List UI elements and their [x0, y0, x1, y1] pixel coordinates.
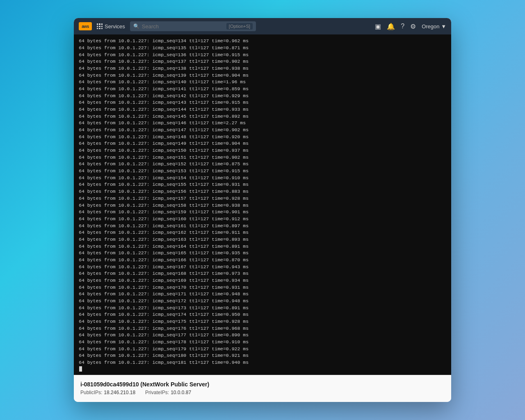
- terminal-line: 64 bytes from 10.0.1.227: icmp_seq=148 t…: [79, 134, 446, 141]
- private-ip-label: PrivateIPs:: [145, 390, 169, 395]
- terminal-line: 64 bytes from 10.0.1.227: icmp_seq=145 t…: [79, 113, 446, 120]
- nav-right-controls: ▣ 🔔 ? ⚙ Oregon ▼: [375, 23, 446, 30]
- terminal-cursor-line: [79, 366, 446, 372]
- terminal-line: 64 bytes from 10.0.1.227: icmp_seq=175 t…: [79, 318, 446, 325]
- terminal-line: 64 bytes from 10.0.1.227: icmp_seq=157 t…: [79, 195, 446, 202]
- search-shortcut: [Option+S]: [226, 23, 253, 30]
- terminal-line: 64 bytes from 10.0.1.227: icmp_seq=163 t…: [79, 236, 446, 243]
- terminal-line: 64 bytes from 10.0.1.227: icmp_seq=158 t…: [79, 202, 446, 209]
- terminal-line: 64 bytes from 10.0.1.227: icmp_seq=154 t…: [79, 175, 446, 182]
- terminal-line: 64 bytes from 10.0.1.227: icmp_seq=180 t…: [79, 352, 446, 359]
- terminal-line: 64 bytes from 10.0.1.227: icmp_seq=139 t…: [79, 72, 446, 79]
- terminal-line: 64 bytes from 10.0.1.227: icmp_seq=170 t…: [79, 284, 446, 291]
- settings-icon[interactable]: ⚙: [410, 23, 416, 30]
- terminal-line: 64 bytes from 10.0.1.227: icmp_seq=167 t…: [79, 264, 446, 271]
- terminal-line: 64 bytes from 10.0.1.227: icmp_seq=146 t…: [79, 120, 446, 127]
- terminal-lines: 64 bytes from 10.0.1.227: icmp_seq=134 t…: [79, 38, 446, 366]
- help-icon[interactable]: ?: [401, 23, 404, 30]
- terminal-line: 64 bytes from 10.0.1.227: icmp_seq=177 t…: [79, 332, 446, 339]
- grid-icon: [97, 23, 103, 29]
- terminal-line: 64 bytes from 10.0.1.227: icmp_seq=151 t…: [79, 154, 446, 161]
- public-ip-label: PublicIPs:: [80, 390, 102, 395]
- private-ip-value: 10.0.0.87: [171, 390, 191, 395]
- region-selector[interactable]: Oregon ▼: [422, 23, 446, 30]
- terminal-line: 64 bytes from 10.0.1.227: icmp_seq=143 t…: [79, 99, 446, 106]
- terminal-line: 64 bytes from 10.0.1.227: icmp_seq=159 t…: [79, 209, 446, 216]
- instance-id-name: i-081059d0ca4599d10 (NextWork Public Ser…: [80, 381, 445, 388]
- terminal-line: 64 bytes from 10.0.1.227: icmp_seq=137 t…: [79, 58, 446, 65]
- terminal-line: 64 bytes from 10.0.1.227: icmp_seq=171 t…: [79, 291, 446, 298]
- terminal-line: 64 bytes from 10.0.1.227: icmp_seq=173 t…: [79, 305, 446, 312]
- terminal-line: 64 bytes from 10.0.1.227: icmp_seq=147 t…: [79, 127, 446, 134]
- terminal-output: 64 bytes from 10.0.1.227: icmp_seq=134 t…: [74, 34, 451, 374]
- terminal-line: 64 bytes from 10.0.1.227: icmp_seq=160 t…: [79, 216, 446, 223]
- terminal-line: 64 bytes from 10.0.1.227: icmp_seq=141 t…: [79, 86, 446, 93]
- terminal-line: 64 bytes from 10.0.1.227: icmp_seq=134 t…: [79, 38, 446, 45]
- terminal-line: 64 bytes from 10.0.1.227: icmp_seq=152 t…: [79, 161, 446, 168]
- public-ip-value: 18.246.210.18: [104, 390, 135, 395]
- terminal-line: 64 bytes from 10.0.1.227: icmp_seq=162 t…: [79, 229, 446, 236]
- terminal-line: 64 bytes from 10.0.1.227: icmp_seq=161 t…: [79, 223, 446, 230]
- search-bar[interactable]: 🔍 [Option+S]: [130, 21, 256, 31]
- terminal-line: 64 bytes from 10.0.1.227: icmp_seq=153 t…: [79, 168, 446, 175]
- aws-navbar: aws Services 🔍 [Option+S] ▣ 🔔 ? ⚙ Oregon…: [74, 18, 451, 34]
- terminal-line: 64 bytes from 10.0.1.227: icmp_seq=166 t…: [79, 257, 446, 264]
- terminal-line: 64 bytes from 10.0.1.227: icmp_seq=174 t…: [79, 311, 446, 318]
- terminal-line: 64 bytes from 10.0.1.227: icmp_seq=155 t…: [79, 181, 446, 188]
- terminal-line: 64 bytes from 10.0.1.227: icmp_seq=172 t…: [79, 298, 446, 305]
- terminal-line: 64 bytes from 10.0.1.227: icmp_seq=138 t…: [79, 65, 446, 72]
- instance-details: PublicIPs: 18.246.210.18 PrivateIPs: 10.…: [80, 390, 445, 395]
- terminal-line: 64 bytes from 10.0.1.227: icmp_seq=136 t…: [79, 52, 446, 59]
- terminal-line: 64 bytes from 10.0.1.227: icmp_seq=169 t…: [79, 277, 446, 284]
- search-input[interactable]: [142, 23, 224, 30]
- terminal-line: 64 bytes from 10.0.1.227: icmp_seq=144 t…: [79, 106, 446, 113]
- terminal-line: 64 bytes from 10.0.1.227: icmp_seq=165 t…: [79, 250, 446, 257]
- aws-window: aws Services 🔍 [Option+S] ▣ 🔔 ? ⚙ Oregon…: [74, 18, 451, 402]
- terminal-line: 64 bytes from 10.0.1.227: icmp_seq=140 t…: [79, 79, 446, 86]
- private-ip-item: PrivateIPs: 10.0.0.87: [145, 390, 191, 395]
- terminal-line: 64 bytes from 10.0.1.227: icmp_seq=179 t…: [79, 346, 446, 353]
- terminal-line: 64 bytes from 10.0.1.227: icmp_seq=150 t…: [79, 147, 446, 154]
- terminal-line: 64 bytes from 10.0.1.227: icmp_seq=178 t…: [79, 339, 446, 346]
- terminal-line: 64 bytes from 10.0.1.227: icmp_seq=181 t…: [79, 359, 446, 366]
- terminal-line: 64 bytes from 10.0.1.227: icmp_seq=142 t…: [79, 93, 446, 100]
- terminal-cursor: [79, 366, 82, 372]
- services-menu[interactable]: Services: [97, 23, 125, 30]
- aws-logo-box: aws: [79, 22, 92, 30]
- instance-info-panel: i-081059d0ca4599d10 (NextWork Public Ser…: [74, 375, 451, 402]
- terminal-line: 64 bytes from 10.0.1.227: icmp_seq=156 t…: [79, 188, 446, 195]
- search-icon: 🔍: [133, 23, 139, 29]
- public-ip-item: PublicIPs: 18.246.210.18: [80, 390, 135, 395]
- aws-logo[interactable]: aws: [79, 22, 92, 30]
- terminal-line: 64 bytes from 10.0.1.227: icmp_seq=164 t…: [79, 243, 446, 250]
- terminal-line: 64 bytes from 10.0.1.227: icmp_seq=176 t…: [79, 325, 446, 332]
- terminal-line: 64 bytes from 10.0.1.227: icmp_seq=149 t…: [79, 140, 446, 147]
- terminal-line: 64 bytes from 10.0.1.227: icmp_seq=135 t…: [79, 45, 446, 52]
- services-label: Services: [105, 23, 125, 30]
- terminal-line: 64 bytes from 10.0.1.227: icmp_seq=168 t…: [79, 270, 446, 277]
- terminal-icon[interactable]: ▣: [375, 23, 381, 30]
- bell-icon[interactable]: 🔔: [387, 23, 395, 30]
